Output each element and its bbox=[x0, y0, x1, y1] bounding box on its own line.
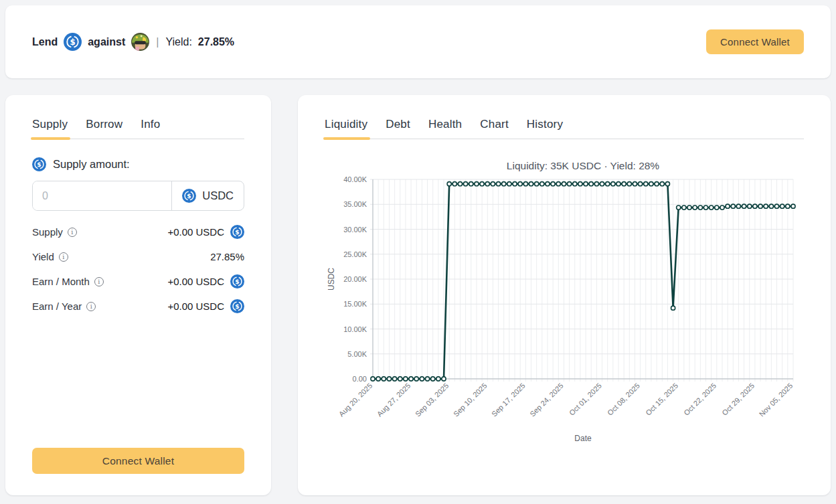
svg-text:Oct 08, 2025: Oct 08, 2025 bbox=[606, 382, 641, 417]
svg-text:Aug 27, 2025: Aug 27, 2025 bbox=[375, 382, 412, 418]
svg-text:Nov 05, 2025: Nov 05, 2025 bbox=[758, 382, 795, 418]
info-icon[interactable]: i bbox=[94, 277, 104, 286]
svg-text:Aug 20, 2025: Aug 20, 2025 bbox=[337, 382, 374, 418]
tab-chart[interactable]: Chart bbox=[480, 118, 509, 139]
connect-wallet-button[interactable]: Connect Wallet bbox=[32, 448, 244, 474]
market-tabs: Liquidity Debt Health Chart History bbox=[325, 118, 804, 139]
svg-text:25.00K: 25.00K bbox=[343, 250, 367, 258]
svg-text:30.00K: 30.00K bbox=[343, 226, 367, 234]
stat-row-supply: Supply i +0.00 USDC $ bbox=[32, 220, 244, 244]
svg-text:Sep 10, 2025: Sep 10, 2025 bbox=[452, 382, 489, 418]
svg-text:40.00K: 40.00K bbox=[343, 175, 367, 183]
tab-supply[interactable]: Supply bbox=[32, 118, 68, 139]
against-label: against bbox=[88, 36, 125, 48]
svg-text:Oct 29, 2025: Oct 29, 2025 bbox=[720, 382, 756, 417]
tab-borrow[interactable]: Borrow bbox=[86, 118, 122, 139]
yield-value: 27.85% bbox=[198, 36, 234, 48]
usdc-coin-icon: $ bbox=[182, 189, 196, 203]
svg-text:35.00K: 35.00K bbox=[343, 200, 367, 208]
liquidity-chart[interactable]: 0.005.00K10.00K15.00K20.00K25.00K30.00K3… bbox=[325, 155, 804, 449]
usdc-coin-icon: $ bbox=[230, 225, 244, 239]
svg-text:$: $ bbox=[235, 228, 239, 236]
supply-amount-label: Supply amount: bbox=[53, 158, 130, 171]
usdc-coin-icon: $ bbox=[32, 157, 46, 171]
info-icon[interactable]: i bbox=[59, 252, 68, 262]
stat-row-yield: Yield i 27.85% bbox=[32, 244, 244, 269]
svg-text:Sep 17, 2025: Sep 17, 2025 bbox=[490, 382, 527, 418]
svg-text:Date: Date bbox=[574, 434, 592, 443]
page: { "header": { "lend_label": "Lend", "aga… bbox=[0, 0, 836, 504]
yield-label: Yield: bbox=[165, 36, 191, 48]
usdc-coin-icon: $ bbox=[64, 33, 82, 51]
lend-label: Lend bbox=[32, 36, 58, 48]
supply-stats: Supply i +0.00 USDC $ Yield i 27.85% Ear… bbox=[32, 220, 244, 319]
header-bar: Lend $ against | Yield: 27.85% Connect W… bbox=[5, 5, 831, 78]
tab-debt[interactable]: Debt bbox=[386, 118, 410, 139]
tab-info[interactable]: Info bbox=[141, 118, 160, 139]
supply-tabs: Supply Borrow Info bbox=[32, 118, 244, 139]
svg-text:$: $ bbox=[187, 192, 191, 199]
svg-text:Sep 24, 2025: Sep 24, 2025 bbox=[528, 382, 565, 418]
connect-wallet-button[interactable]: Connect Wallet bbox=[706, 29, 804, 54]
usdc-coin-icon: $ bbox=[230, 274, 244, 288]
supply-panel: Supply Borrow Info $ Supply amount: $ US… bbox=[5, 95, 271, 495]
supply-amount-input[interactable] bbox=[33, 181, 171, 210]
stat-row-earn-month: Earn / Month i +0.00 USDC $ bbox=[32, 269, 244, 294]
stat-label: Earn / Month bbox=[32, 276, 90, 287]
tab-health[interactable]: Health bbox=[428, 118, 462, 139]
svg-text:$: $ bbox=[235, 278, 239, 285]
svg-text:$: $ bbox=[70, 37, 76, 47]
svg-text:Oct 22, 2025: Oct 22, 2025 bbox=[682, 382, 718, 417]
stat-value: +0.00 USDC bbox=[167, 301, 224, 312]
stat-label: Yield bbox=[32, 251, 54, 262]
svg-text:USDC: USDC bbox=[327, 268, 336, 290]
stat-row-earn-year: Earn / Year i +0.00 USDC $ bbox=[32, 294, 244, 319]
stat-value: +0.00 USDC bbox=[167, 276, 224, 287]
svg-text:10.00K: 10.00K bbox=[343, 325, 367, 333]
nft-avatar-icon bbox=[131, 33, 149, 51]
svg-text:Oct 01, 2025: Oct 01, 2025 bbox=[568, 382, 603, 417]
usdc-coin-icon: $ bbox=[230, 299, 244, 313]
currency-suffix: $ USDC bbox=[171, 181, 244, 210]
market-panel: Liquidity Debt Health Chart History 0.00… bbox=[298, 95, 831, 495]
info-icon[interactable]: i bbox=[86, 302, 96, 311]
svg-text:0.00: 0.00 bbox=[353, 375, 367, 383]
separator: | bbox=[155, 36, 159, 48]
stat-label: Supply bbox=[32, 226, 63, 238]
svg-text:Sep 03, 2025: Sep 03, 2025 bbox=[414, 382, 450, 418]
svg-text:Liquidity: 35K USDC · Yield: 2: Liquidity: 35K USDC · Yield: 28% bbox=[507, 160, 660, 171]
market-title: Lend $ against | Yield: 27.85% bbox=[32, 33, 234, 51]
stat-value: +0.00 USDC bbox=[167, 226, 224, 238]
svg-text:Oct 15, 2025: Oct 15, 2025 bbox=[644, 382, 679, 417]
currency-label: USDC bbox=[202, 189, 234, 202]
info-icon[interactable]: i bbox=[68, 228, 77, 237]
stat-label: Earn / Year bbox=[32, 301, 82, 312]
tab-history[interactable]: History bbox=[527, 118, 563, 139]
svg-text:20.00K: 20.00K bbox=[343, 275, 367, 283]
svg-text:15.00K: 15.00K bbox=[343, 300, 367, 308]
supply-amount-label-row: $ Supply amount: bbox=[32, 157, 244, 171]
stat-value: 27.85% bbox=[210, 251, 244, 262]
supply-amount-box: $ USDC bbox=[32, 181, 244, 211]
svg-text:$: $ bbox=[235, 303, 239, 310]
liquidity-chart-container: 0.005.00K10.00K15.00K20.00K25.00K30.00K3… bbox=[325, 155, 804, 452]
svg-text:$: $ bbox=[37, 161, 41, 168]
svg-text:5.00K: 5.00K bbox=[347, 350, 367, 358]
tab-liquidity[interactable]: Liquidity bbox=[325, 118, 367, 139]
